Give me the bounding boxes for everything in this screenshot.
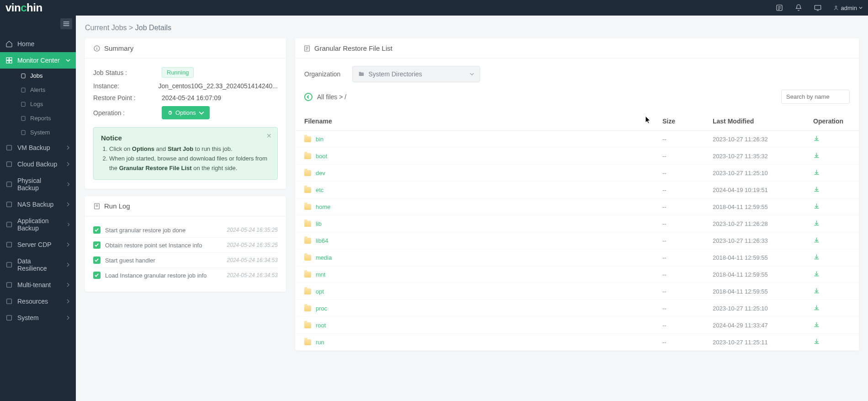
svg-rect-20 [7, 162, 12, 167]
sidebar-item-cloud-backup[interactable]: Cloud Backup [0, 156, 76, 172]
col-operation: Operation [804, 112, 859, 131]
table-row[interactable]: lib--2023-10-27 11:26:28 [295, 215, 859, 232]
sidebar-item-data-resilience[interactable]: Data Resilience [0, 253, 76, 277]
task-list-icon[interactable] [775, 4, 783, 12]
summary-title: Summary [85, 38, 286, 59]
table-row[interactable]: run--2023-10-27 11:25:11 [295, 334, 859, 351]
sidebar: Home Monitor Center JobsAlertsLogsReport… [0, 16, 76, 401]
file-name-link[interactable]: home [316, 203, 331, 210]
module-icon [5, 181, 13, 188]
file-name-link[interactable]: lib64 [316, 237, 328, 244]
download-icon[interactable] [813, 203, 820, 209]
download-icon[interactable] [813, 169, 820, 176]
sidebar-subitem-jobs[interactable]: Jobs [16, 69, 76, 83]
file-name-link[interactable]: boot [316, 153, 327, 160]
sidebar-item-multi-tenant[interactable]: Multi-tenant [0, 277, 76, 293]
instance-label: Instance: [93, 82, 158, 90]
table-row[interactable]: dev--2023-10-27 11:25:10 [295, 165, 859, 182]
download-icon[interactable] [813, 270, 820, 277]
table-row[interactable]: boot--2023-10-27 11:35:32 [295, 148, 859, 165]
folder-icon [358, 71, 365, 77]
file-name-link[interactable]: etc [316, 187, 323, 193]
file-name-link[interactable]: media [316, 254, 332, 261]
file-name-link[interactable]: dev [316, 170, 325, 176]
breadcrumb-current: Job Details [135, 24, 171, 32]
sidebar-item-application-backup[interactable]: Application Backup [0, 213, 76, 236]
table-row[interactable]: mnt--2018-04-11 12:59:55 [295, 266, 859, 283]
sidebar-item-server-cdp[interactable]: Server CDP [0, 236, 76, 253]
sidebar-item-system[interactable]: System [0, 310, 76, 326]
file-size: -- [653, 131, 704, 148]
folder-icon [304, 153, 311, 159]
file-name-link[interactable]: root [316, 322, 326, 329]
file-name-link[interactable]: proc [316, 305, 327, 312]
file-name-link[interactable]: lib [316, 220, 322, 227]
sidebar-subitem-system[interactable]: System [16, 125, 76, 139]
runlog-time: 2024-05-24 16:35:25 [227, 242, 278, 248]
folder-icon [304, 339, 311, 345]
download-icon[interactable] [813, 338, 820, 345]
download-icon[interactable] [813, 304, 820, 311]
table-row[interactable]: root--2024-04-29 11:33:47 [295, 317, 859, 334]
sidebar-item-physical-backup[interactable]: Physical Backup [0, 172, 76, 196]
download-icon[interactable] [813, 287, 820, 294]
download-icon[interactable] [813, 236, 820, 243]
svg-rect-13 [10, 61, 12, 63]
download-icon[interactable] [813, 186, 820, 192]
main-content: Current Jobs > Job Details Summary Job S… [76, 16, 868, 401]
sidebar-item-resources[interactable]: Resources [0, 293, 76, 310]
table-row[interactable]: bin--2023-10-27 11:26:32 [295, 131, 859, 148]
folder-icon [304, 305, 311, 311]
svg-rect-27 [7, 299, 12, 304]
back-button[interactable] [304, 93, 312, 101]
runlog-message: Start guest handler [105, 257, 155, 264]
bell-icon[interactable] [794, 4, 803, 12]
module-icon [5, 298, 13, 305]
sidebar-collapse-button[interactable] [60, 18, 72, 29]
sidebar-subitem-alerts[interactable]: Alerts [16, 83, 76, 97]
download-icon[interactable] [813, 219, 820, 226]
close-icon[interactable]: ✕ [266, 132, 272, 139]
sidebar-item-home[interactable]: Home [0, 36, 76, 52]
search-input[interactable] [781, 90, 850, 104]
download-icon[interactable] [813, 321, 820, 328]
download-icon[interactable] [813, 135, 820, 142]
svg-rect-4 [815, 5, 821, 10]
org-select[interactable]: System Directories [352, 66, 480, 82]
user-menu[interactable]: admin [833, 5, 863, 11]
file-size: -- [653, 215, 704, 232]
module-icon [5, 144, 13, 151]
file-name-link[interactable]: bin [316, 136, 323, 143]
table-row[interactable]: media--2018-04-11 12:59:55 [295, 249, 859, 266]
file-name-link[interactable]: opt [316, 288, 324, 295]
sidebar-item-monitor-center[interactable]: Monitor Center [0, 52, 76, 69]
file-name-link[interactable]: run [316, 339, 324, 346]
monitor-icon[interactable] [814, 4, 822, 12]
chevron-down-icon [859, 6, 863, 10]
download-icon[interactable] [813, 152, 820, 159]
chevron-right-icon [66, 202, 70, 207]
table-row[interactable]: opt--2018-04-11 12:59:55 [295, 283, 859, 300]
chevron-right-icon [67, 222, 70, 227]
breadcrumb-parent[interactable]: Current Jobs [85, 24, 127, 32]
sidebar-subitem-logs[interactable]: Logs [16, 97, 76, 111]
table-row[interactable]: lib64--2023-10-27 11:26:33 [295, 232, 859, 249]
file-modified: 2018-04-11 12:59:55 [704, 283, 804, 300]
file-size: -- [653, 317, 704, 334]
sidebar-item-nas-backup[interactable]: NAS Backup [0, 196, 76, 213]
svg-rect-28 [7, 315, 12, 321]
file-size: -- [653, 165, 704, 182]
sidebar-subitem-reports[interactable]: Reports [16, 111, 76, 125]
table-row[interactable]: proc--2023-10-27 11:25:10 [295, 300, 859, 317]
doc-icon [20, 101, 26, 107]
sidebar-item-vm-backup[interactable]: VM Backup [0, 139, 76, 156]
table-row[interactable]: etc--2024-04-19 10:19:51 [295, 182, 859, 198]
table-row[interactable]: home--2018-04-11 12:59:55 [295, 198, 859, 215]
restore-point-label: Restore Point : [93, 94, 162, 102]
download-icon[interactable] [813, 253, 820, 260]
summary-card: Summary Job Status : Running Instance: J… [85, 38, 286, 189]
file-name-link[interactable]: mnt [316, 271, 326, 278]
folder-icon [304, 322, 311, 328]
module-icon [5, 160, 13, 168]
options-button[interactable]: Options [162, 106, 210, 119]
